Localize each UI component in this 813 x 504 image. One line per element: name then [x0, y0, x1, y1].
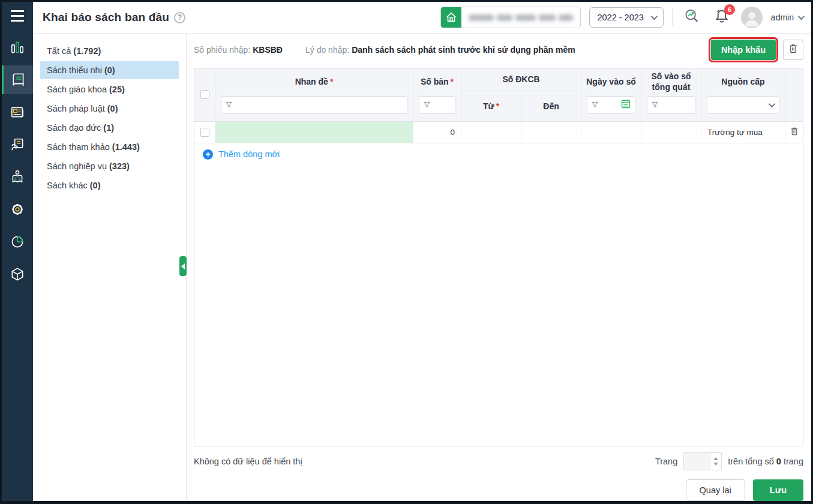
- import-reason: Lý do nhập:Danh sách sách phát sinh trướ…: [305, 45, 575, 55]
- school-name-redacted: [461, 7, 580, 28]
- sidebar-item-statistics[interactable]: [2, 227, 33, 256]
- column-title: Nhan đề*: [215, 68, 413, 121]
- menu-item-sach-dao-duc[interactable]: Sách đạo đức (1): [40, 119, 179, 137]
- collapse-menu-handle[interactable]: [179, 256, 187, 276]
- help-icon[interactable]: ?: [174, 12, 185, 23]
- sidebar-item-lending[interactable]: [2, 130, 33, 159]
- action-buttons-row: Quay lại Lưu: [194, 476, 803, 501]
- general-number-filter-input[interactable]: [647, 96, 695, 114]
- column-general-number: Số vào sổ tổng quát: [641, 68, 701, 121]
- pagination: Trang trên tổng số 0 trang: [655, 452, 803, 470]
- chevron-down-icon: [651, 13, 658, 20]
- sidebar-item-books[interactable]: [2, 65, 33, 94]
- category-menu-panel: Tất cả (1.792) Sách thiếu nhi (0) Sách g…: [33, 34, 187, 501]
- user-name-label: admin: [771, 13, 794, 22]
- home-icon: [441, 7, 461, 28]
- menu-item-sach-tham-khao[interactable]: Sách tham khảo (1.443): [40, 138, 179, 156]
- page-title: Khai báo sách ban đầu: [43, 11, 169, 24]
- row-checkbox-cell: [194, 122, 215, 143]
- column-group-dkcb: Số ĐKCB Từ* Đến: [461, 68, 581, 121]
- row-source-cell[interactable]: Trường tự mua: [701, 122, 785, 143]
- user-menu[interactable]: admin: [771, 13, 803, 22]
- table-row: 0 Trường tự mua: [194, 122, 803, 143]
- row-checkbox[interactable]: [200, 128, 209, 137]
- school-year-value: 2022 - 2023: [597, 13, 643, 22]
- reader-icon: [10, 169, 25, 185]
- title-filter-input[interactable]: [221, 96, 407, 114]
- book-icon: [11, 72, 26, 88]
- page-label: Trang: [655, 457, 677, 466]
- search-statistics-button[interactable]: [681, 7, 703, 28]
- row-entry-date-cell[interactable]: [581, 122, 641, 143]
- icon-rail: [2, 2, 33, 501]
- back-button[interactable]: Quay lại: [686, 479, 745, 501]
- spinner-arrows[interactable]: [710, 453, 721, 470]
- book-lending-icon: [10, 137, 25, 152]
- sidebar-item-dashboard[interactable]: [2, 33, 33, 62]
- spinner-up-icon[interactable]: [713, 457, 718, 460]
- select-all-checkbox[interactable]: [200, 90, 209, 99]
- menu-item-sach-giao-khoa[interactable]: Sách giáo khoa (25): [40, 80, 179, 98]
- spinner-down-icon[interactable]: [713, 463, 718, 466]
- row-from-cell[interactable]: [461, 122, 521, 143]
- copies-filter-input[interactable]: [419, 96, 455, 114]
- row-general-number-cell[interactable]: [641, 122, 701, 143]
- column-entry-date: Ngày vào sổ: [581, 68, 641, 121]
- row-delete-button[interactable]: [789, 126, 800, 139]
- import-button[interactable]: Nhập khẩu: [711, 40, 776, 60]
- top-header: Khai báo sách ban đầu ? 2022 - 2023: [33, 2, 811, 34]
- page-number-input[interactable]: [684, 453, 710, 470]
- sidebar-item-settings[interactable]: [2, 195, 33, 224]
- menu-item-sach-khac[interactable]: Sách khác (0): [40, 176, 179, 194]
- avatar[interactable]: [741, 7, 763, 28]
- row-copies-cell[interactable]: 0: [413, 122, 461, 143]
- add-row-button[interactable]: + Thêm dòng mới: [194, 143, 803, 166]
- plus-icon: +: [203, 149, 213, 160]
- menu-item-all[interactable]: Tất cả (1.792): [40, 42, 179, 60]
- delete-selected-button[interactable]: [783, 40, 803, 60]
- notification-badge: 6: [724, 4, 735, 15]
- dkcb-group-label: Số ĐKCB: [461, 68, 581, 91]
- school-selector[interactable]: [440, 7, 581, 28]
- add-row-label: Thêm dòng mới: [218, 149, 280, 159]
- row-title-cell[interactable]: [215, 122, 413, 143]
- empty-data-text: Không có dữ liệu để hiển thị: [194, 457, 302, 466]
- sidebar-item-inventory[interactable]: [2, 260, 33, 289]
- receipt-info-row: Số phiếu nhập:KBSBĐ Lý do nhập:Danh sách…: [194, 34, 803, 64]
- school-year-dropdown[interactable]: 2022 - 2023: [589, 7, 663, 28]
- calendar-icon[interactable]: [621, 99, 631, 111]
- notifications-button[interactable]: 6: [711, 7, 733, 28]
- sidebar-item-readers[interactable]: [2, 163, 33, 191]
- receipt-number: Số phiếu nhập:KBSBĐ: [194, 45, 283, 55]
- filter-funnel-icon: [592, 100, 598, 110]
- sidebar-item-periodicals[interactable]: [2, 98, 33, 127]
- filter-funnel-icon: [226, 100, 232, 110]
- search-chart-icon: [683, 7, 701, 28]
- save-button[interactable]: Lưu: [753, 479, 803, 501]
- menu-item-sach-phap-luat[interactable]: Sách pháp luật (0): [40, 100, 179, 118]
- row-actions-cell: [785, 122, 803, 143]
- hamburger-menu-icon[interactable]: [2, 2, 33, 29]
- trash-icon: [787, 43, 799, 57]
- header-checkbox-cell: [194, 68, 215, 121]
- column-from: Từ*: [461, 91, 521, 121]
- app-window: Khai báo sách ban đầu ? 2022 - 2023: [0, 0, 813, 504]
- table-footer: Không có dữ liệu để hiển thị Trang trên …: [194, 446, 803, 476]
- entry-date-filter-input[interactable]: [587, 96, 635, 114]
- chevron-down-icon: [769, 101, 775, 107]
- menu-item-sach-nghiep-vu[interactable]: Sách nghiệp vụ (323): [40, 157, 179, 175]
- page-number-spinner[interactable]: [683, 452, 722, 470]
- header-divider: [672, 9, 673, 26]
- newspaper-icon: [10, 104, 25, 120]
- row-to-cell[interactable]: [521, 122, 581, 143]
- source-filter-select[interactable]: [707, 96, 779, 114]
- filter-funnel-icon: [652, 100, 658, 110]
- column-to: Đến: [521, 91, 581, 121]
- main-content: Số phiếu nhập:KBSBĐ Lý do nhập:Danh sách…: [187, 34, 811, 501]
- column-copies: Số bản*: [413, 68, 461, 121]
- menu-item-sach-thieu-nhi[interactable]: Sách thiếu nhi (0): [40, 61, 179, 79]
- filter-funnel-icon: [424, 100, 430, 110]
- cube-icon: [10, 266, 25, 282]
- pie-chart-icon: [10, 234, 25, 250]
- books-table: Nhan đề* Số bản* Số ĐKCB Từ* Đến: [194, 68, 803, 446]
